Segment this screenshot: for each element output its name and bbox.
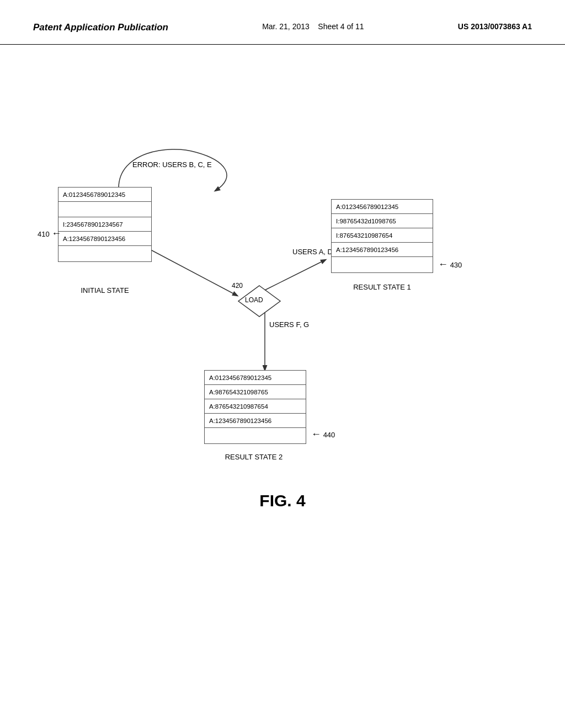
result2-row-5 — [205, 428, 306, 443]
page: Patent Application Publication Mar. 21, … — [0, 0, 565, 728]
initial-row-5 — [58, 246, 151, 261]
header-center: Mar. 21, 2013 Sheet 4 of 11 — [262, 22, 364, 31]
arrows-svg — [0, 50, 565, 684]
diagram: ERROR: USERS B, C, E A:0123456789012345 … — [0, 50, 565, 684]
users-fg-label: USERS F, G — [269, 320, 309, 329]
error-label: ERROR: USERS B, C, E — [132, 160, 212, 169]
result2-state-box: A:0123456789012345 A:987654321098765 A:8… — [204, 370, 306, 444]
result1-row-1: A:0123456789012345 — [332, 200, 433, 214]
initial-row-2 — [58, 202, 151, 217]
result2-row-3: A:876543210987654 — [205, 399, 306, 414]
load-label: LOAD — [245, 296, 263, 304]
header-right: US 2013/0073863 A1 — [458, 22, 532, 31]
initial-row-4: A:1234567890123456 — [58, 232, 151, 246]
result1-state-label: RESULT STATE 1 — [331, 283, 433, 291]
ref-420: 420 — [232, 282, 243, 290]
result2-row-2: A:987654321098765 — [205, 385, 306, 399]
header-sheet: Sheet 4 of 11 — [318, 22, 364, 31]
fig-label: FIG. 4 — [221, 491, 344, 510]
result1-row-2: I:98765432d1098765 — [332, 214, 433, 228]
header-left: Patent Application Publication — [33, 22, 168, 33]
initial-state-box: A:0123456789012345 I:2345678901234567 A:… — [58, 187, 152, 262]
result1-state-box: A:0123456789012345 I:98765432d1098765 I:… — [331, 199, 433, 273]
ref-410: 410 ← — [38, 228, 61, 239]
initial-row-1: A:0123456789012345 — [58, 188, 151, 202]
header: Patent Application Publication Mar. 21, … — [0, 0, 565, 45]
result2-row-1: A:0123456789012345 — [205, 371, 306, 385]
result1-row-5 — [332, 257, 433, 272]
header-date: Mar. 21, 2013 — [262, 22, 310, 31]
users-ad-label: USERS A, D — [292, 248, 333, 256]
result2-row-4: A:1234567890123456 — [205, 414, 306, 428]
result1-row-4: A:1234567890123456 — [332, 243, 433, 257]
initial-row-3: I:2345678901234567 — [58, 217, 151, 232]
result1-row-3: I:876543210987654 — [332, 228, 433, 243]
initial-state-label: INITIAL STATE — [52, 286, 157, 295]
result2-state-label: RESULT STATE 2 — [196, 453, 312, 461]
ref-440: ← 440 — [311, 429, 335, 440]
ref-430: ← 430 — [438, 259, 462, 270]
